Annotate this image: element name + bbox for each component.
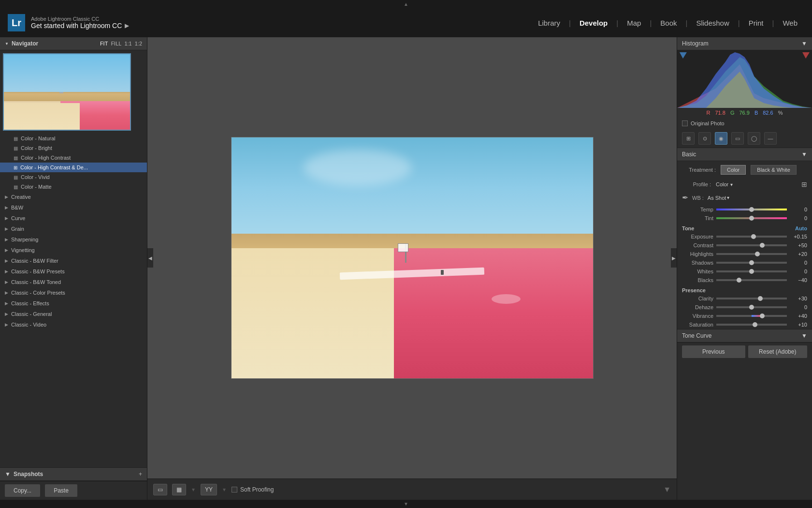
snapshots-add-icon[interactable]: + bbox=[139, 471, 142, 478]
crop-tool[interactable]: ⊞ bbox=[682, 132, 695, 145]
nav-develop[interactable]: Develop bbox=[573, 17, 614, 29]
copy-button[interactable]: Copy... bbox=[5, 484, 40, 497]
view-grid-button[interactable]: ▦ bbox=[172, 484, 186, 495]
preset-group-sharpening[interactable]: ▶ Sharpening bbox=[0, 234, 147, 245]
preset-group-classic-bwtoned[interactable]: ▶ Classic - B&W Toned bbox=[0, 277, 147, 287]
shadows-slider[interactable] bbox=[716, 262, 787, 264]
radial-filter-tool[interactable]: ◯ bbox=[748, 132, 760, 145]
toolbar-expand-icon[interactable]: ▼ bbox=[663, 485, 671, 494]
preset-label: Color - Bright bbox=[21, 145, 52, 151]
preset-color-vivid[interactable]: ▦ Color - Vivid bbox=[0, 172, 147, 182]
right-collapse-button[interactable]: ▶ bbox=[671, 248, 677, 268]
original-photo-checkbox[interactable] bbox=[682, 120, 688, 126]
shadows-thumb[interactable] bbox=[749, 260, 754, 265]
navigator-thumbnail[interactable] bbox=[0, 50, 147, 134]
wb-value[interactable]: As Shot ▾ bbox=[708, 195, 730, 201]
app-tagline[interactable]: Get started with Lightroom CC ▶ bbox=[31, 22, 129, 30]
whites-thumb[interactable] bbox=[749, 269, 754, 274]
nav-book[interactable]: Book bbox=[653, 17, 683, 29]
vibrance-thumb[interactable] bbox=[760, 314, 765, 318]
nav-slideshow[interactable]: Slideshow bbox=[689, 17, 736, 29]
tint-slider[interactable] bbox=[716, 217, 787, 219]
zoom-fit[interactable]: FIT bbox=[100, 41, 108, 46]
group-expand-icon: ▶ bbox=[5, 205, 8, 210]
preset-color-high-contrast[interactable]: ▦ Color - High Contrast bbox=[0, 153, 147, 163]
top-collapse-arrow[interactable]: ▲ bbox=[0, 0, 812, 8]
left-collapse-button[interactable]: ◀ bbox=[147, 248, 153, 268]
preset-group-grain[interactable]: ▶ Grain bbox=[0, 224, 147, 234]
graduated-filter-tool[interactable]: ▭ bbox=[731, 132, 744, 145]
dehaze-slider[interactable] bbox=[716, 306, 787, 308]
group-expand-icon: ▶ bbox=[5, 216, 8, 221]
soft-proofing-checkbox[interactable] bbox=[232, 487, 237, 493]
preset-group-classic-bwfilter[interactable]: ▶ Classic - B&W Filter bbox=[0, 255, 147, 266]
nav-web[interactable]: Web bbox=[776, 17, 804, 29]
temp-label: Temp bbox=[682, 207, 713, 212]
preset-color-matte[interactable]: ▦ Color - Matte bbox=[0, 182, 147, 192]
zoom-1to1[interactable]: 1:1 bbox=[124, 41, 131, 46]
tone-label: Tone bbox=[682, 225, 694, 231]
preset-color-high-contrast-de[interactable]: ⊞ Color - High Contrast & De... bbox=[0, 163, 147, 172]
contrast-thumb[interactable] bbox=[760, 243, 765, 248]
basic-section-triangle[interactable]: ▼ bbox=[801, 151, 807, 158]
spot-removal-tool[interactable]: ⊙ bbox=[698, 132, 711, 145]
exposure-slider[interactable] bbox=[716, 236, 787, 238]
reset-button[interactable]: Reset (Adobe) bbox=[748, 345, 808, 358]
blacks-slider[interactable] bbox=[716, 279, 787, 281]
nav-library[interactable]: Library bbox=[531, 17, 567, 29]
shadows-value: 0 bbox=[790, 260, 807, 266]
temp-thumb[interactable] bbox=[749, 207, 754, 212]
zoom-1to2[interactable]: 1:2 bbox=[135, 41, 142, 46]
vibrance-slider[interactable] bbox=[716, 315, 787, 317]
color-treatment-button[interactable]: Color bbox=[721, 165, 746, 175]
svg-marker-0 bbox=[680, 52, 687, 59]
soft-proofing-toggle[interactable]: Soft Proofing bbox=[232, 486, 274, 493]
saturation-slider[interactable] bbox=[716, 324, 787, 326]
tint-thumb[interactable] bbox=[749, 216, 754, 221]
histogram-triangle[interactable]: ▼ bbox=[801, 40, 807, 47]
eyedropper-icon[interactable]: ✒ bbox=[682, 193, 688, 202]
histogram-canvas bbox=[677, 50, 812, 108]
auto-button[interactable]: Auto bbox=[795, 225, 807, 231]
treatment-label: Treatment : bbox=[682, 167, 716, 173]
vibrance-label: Vibrance bbox=[682, 313, 713, 319]
preset-group-classic-video[interactable]: ▶ Classic - Video bbox=[0, 319, 147, 330]
blacks-thumb[interactable] bbox=[737, 278, 741, 283]
highlights-thumb[interactable] bbox=[755, 252, 760, 256]
preset-group-curve[interactable]: ▶ Curve bbox=[0, 213, 147, 224]
exposure-thumb[interactable] bbox=[751, 234, 756, 239]
preset-group-classic-bwpresets[interactable]: ▶ Classic - B&W Presets bbox=[0, 266, 147, 277]
temp-slider[interactable] bbox=[716, 209, 787, 210]
whites-slider[interactable] bbox=[716, 270, 787, 272]
highlights-slider[interactable] bbox=[716, 253, 787, 255]
tone-curve-triangle[interactable]: ▼ bbox=[801, 332, 807, 339]
preset-color-bright[interactable]: ▦ Color - Bright bbox=[0, 143, 147, 153]
profile-grid-icon[interactable]: ⊞ bbox=[801, 180, 807, 188]
preset-group-classic-general[interactable]: ▶ Classic - General bbox=[0, 309, 147, 319]
preset-group-vignetting[interactable]: ▶ Vignetting bbox=[0, 245, 147, 255]
preset-group-bw[interactable]: ▶ B&W bbox=[0, 202, 147, 213]
paste-button[interactable]: Paste bbox=[45, 484, 77, 497]
preset-group-classic-colorpresets[interactable]: ▶ Classic - Color Presets bbox=[0, 287, 147, 298]
nav-map[interactable]: Map bbox=[620, 17, 648, 29]
view-single-button[interactable]: ▭ bbox=[153, 484, 167, 495]
preset-color-natural[interactable]: ▦ Color - Natural bbox=[0, 134, 147, 143]
preset-group-classic-effects[interactable]: ▶ Classic - Effects bbox=[0, 298, 147, 309]
bottom-collapse-arrow[interactable]: ▼ bbox=[0, 500, 812, 508]
preset-group-creative[interactable]: ▶ Creative bbox=[0, 192, 147, 202]
previous-button[interactable]: Previous bbox=[682, 345, 745, 358]
profile-value[interactable]: Color ▾ bbox=[716, 181, 733, 187]
nav-print[interactable]: Print bbox=[742, 17, 770, 29]
compare-button[interactable]: YY bbox=[201, 484, 217, 495]
contrast-slider[interactable] bbox=[716, 244, 787, 246]
redeye-tool[interactable]: ◉ bbox=[715, 132, 727, 145]
adjustment-brush-tool[interactable]: — bbox=[764, 132, 777, 145]
saturation-thumb[interactable] bbox=[753, 322, 757, 327]
clarity-thumb[interactable] bbox=[758, 296, 763, 301]
dehaze-thumb[interactable] bbox=[749, 305, 754, 310]
navigator-title[interactable]: ▼ Navigator bbox=[5, 40, 38, 47]
snapshots-title[interactable]: ▼ Snapshots bbox=[5, 471, 43, 478]
bw-treatment-button[interactable]: Black & White bbox=[751, 165, 796, 175]
zoom-fill[interactable]: FILL bbox=[111, 41, 121, 46]
clarity-slider[interactable] bbox=[716, 298, 787, 299]
